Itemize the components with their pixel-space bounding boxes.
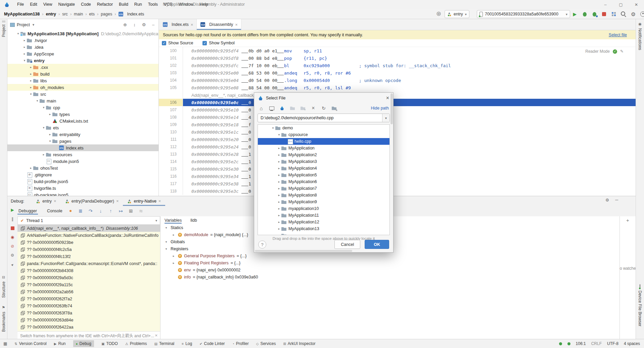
debug-session-tab[interactable]: entry-Native [123,196,165,206]
file-path-combo[interactable]: D:\debug2.0\demo\cppsource\hello.cpp [258,114,390,122]
tree-row[interactable]: Index.ets [7,144,158,151]
tree-row[interactable]: ▾ cpp [7,104,158,111]
frame-row[interactable]: ArkNativeFunction::NativeFunctionCallBac… [17,232,160,239]
tree-chevron-icon[interactable]: ▸ [48,133,52,136]
tree-row[interactable]: ▾ src [7,91,158,97]
status-bar-item[interactable]: Run [54,341,66,346]
tree-row[interactable]: ▸ myapplication10 [258,205,389,212]
scrollbar-thumb[interactable] [255,250,352,252]
close-icon[interactable] [158,199,161,204]
variable-row[interactable]: V info = {napi_callback_info} 0x039e3a60 [160,273,619,280]
tree-row[interactable]: ▸ .idea [7,44,158,50]
tree-row[interactable]: module.json5 [7,158,158,165]
tree-row[interactable]: ▸ MyApplication13 [258,225,389,232]
tree-chevron-icon[interactable]: ▸ [277,173,281,177]
help-icon[interactable]: ? [258,241,266,249]
maximize-icon[interactable] [613,0,629,9]
tree-chevron-icon[interactable]: ▸ [29,86,33,89]
inspections-ok-icon[interactable] [613,49,617,54]
tree-chevron-icon[interactable]: ▸ [277,180,281,183]
tree-chevron-icon[interactable]: ▸ [277,214,281,217]
checkbox-checked-icon[interactable] [202,41,207,45]
close-icon[interactable] [155,333,157,338]
disassembly-line[interactable]: 105 0x00000000c9295e08 88 54 00 00 andeq… [159,84,636,91]
variable-row[interactable]: ▸ V General Purpose Registers = {...} [160,252,619,259]
tree-chevron-icon[interactable]: ▾ [35,99,40,102]
tree-row[interactable]: ▸ [258,232,389,235]
add-watch-icon[interactable]: + [620,217,636,223]
tree-chevron-icon[interactable]: ▸ [171,233,176,236]
variables-tab[interactable]: Variables [165,218,182,223]
home-icon[interactable] [259,105,264,111]
close-icon[interactable] [116,199,119,204]
tree-row[interactable]: ▸ MyApplication7 [258,185,389,192]
tree-chevron-icon[interactable]: ▸ [277,227,281,230]
close-icon[interactable] [629,0,644,9]
tree-row[interactable]: ▸ entryability [7,131,158,138]
expand-collapse-icon[interactable] [132,22,137,27]
locate-icon[interactable] [123,22,128,27]
stop-icon[interactable] [10,225,15,231]
resume-icon[interactable] [10,207,15,213]
disassembly-line[interactable]: 103 0x00000000c9295e00 68 53 00 00 andeq… [159,69,636,77]
editor-tab[interactable]: Disassembly [197,19,241,30]
menu-item[interactable]: Navigate [55,0,78,9]
close-icon[interactable] [235,22,238,27]
frame-row[interactable]: ?? 0x00000000f4fc2c5a [17,246,160,253]
tree-chevron-icon[interactable]: ▸ [277,193,281,197]
tree-chevron-icon[interactable]: ▸ [41,153,46,156]
delete-icon[interactable] [311,105,316,111]
hide-path-link[interactable]: Hide path [371,106,389,111]
debug-session-tab[interactable]: entry [32,196,60,206]
disassembly-line[interactable]: 101 0x00000000c9295df8 00 88 bd e8 pop {… [159,54,636,62]
hide-panel-icon[interactable]: ─ [615,198,618,203]
pause-icon[interactable] [10,216,15,222]
view-breakpoints-icon[interactable] [10,234,15,240]
tree-chevron-icon[interactable]: ▾ [41,106,46,109]
settings-icon[interactable] [141,22,146,27]
frame-row[interactable]: panda::FunctionRef::Call(panda::ecmascri… [17,260,160,267]
tree-chevron-icon[interactable]: ▸ [29,166,33,170]
tree-row[interactable]: ▸ MyApplication [258,145,389,151]
menu-item[interactable]: Build [116,0,131,9]
tree-row[interactable]: ▸ MyApplication9 [258,199,389,205]
disassembly-line[interactable]: 116 0x00000000c9295e34 1 [159,173,636,180]
tree-row[interactable]: ▸ ohosTest [7,165,158,171]
status-bar-item[interactable]: Problems [125,341,147,346]
tree-row[interactable]: ▾ demo [258,125,389,131]
status-bar-item[interactable]: TODO [101,341,118,346]
variables-tab[interactable]: lldb [190,218,197,223]
tool-window-switcher-icon[interactable]: ▦ [3,341,7,346]
search-icon[interactable] [620,11,627,17]
tree-row[interactable]: ▸ MyApplication5 [258,172,389,178]
desktop-icon[interactable] [269,105,274,111]
tree-row[interactable]: ▸ build [7,71,158,77]
breadcrumb-item[interactable]: src [62,12,74,16]
sidebar-item-structure[interactable]: ⊟ Structure [0,275,7,298]
tree-row[interactable]: ▸ MyApplication3 [258,158,389,165]
disassembly-line[interactable]: 114 0x00000000c9295e2c 1 [159,158,636,165]
deveco-icon[interactable] [279,105,285,111]
frame-row[interactable]: ?? 0x00000000f263f78a [17,309,160,316]
variable-row[interactable]: V env = {napi_env} 0x00000002 [160,266,619,273]
status-bar-item[interactable]: ArkUI Inspector [283,341,315,346]
step-out-icon[interactable] [108,208,114,214]
tree-row[interactable]: ▾ pages [7,138,158,144]
breadcrumb-item[interactable]: ets [89,12,101,16]
tree-chevron-icon[interactable]: ▸ [29,72,33,76]
threads-icon[interactable] [138,208,144,214]
chevron-down-icon[interactable] [382,114,389,122]
refresh-icon[interactable] [321,105,326,111]
sidebar-item-notifications[interactable]: ◉ Notifications [636,22,644,50]
option-checkbox[interactable]: Show Symbol [202,41,234,45]
thread-select[interactable]: ✔ Thread 1 [17,216,160,225]
disassembly-line[interactable]: 109 0x00000000c9295e18 f [159,121,636,128]
dialog-title-bar[interactable]: Select File [254,93,393,103]
tree-chevron-icon[interactable]: ▾ [164,240,169,244]
hide-icon[interactable] [151,22,156,27]
target-icon[interactable]: ◎ [436,10,441,16]
breadcrumb-item[interactable]: MyApplication138 [4,12,46,16]
edit-icon[interactable] [620,49,624,54]
disassembly-line[interactable]: 112 0x00000000c9295e24 0 [159,143,636,150]
tree-chevron-icon[interactable]: ▸ [48,113,52,116]
